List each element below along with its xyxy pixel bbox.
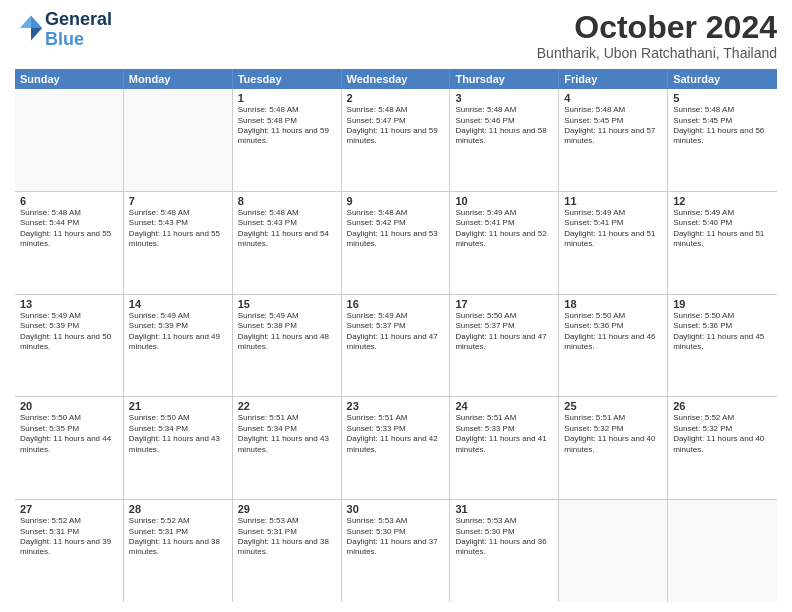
day-header-saturday: Saturday [668, 69, 777, 89]
day-number: 8 [238, 195, 336, 207]
day-cell-31: 31Sunrise: 5:53 AMSunset: 5:30 PMDayligh… [450, 500, 559, 602]
day-cell-1: 1Sunrise: 5:48 AMSunset: 5:48 PMDaylight… [233, 89, 342, 191]
day-number: 18 [564, 298, 662, 310]
cell-details: Sunrise: 5:52 AMSunset: 5:31 PMDaylight:… [129, 516, 227, 558]
day-cell-6: 6Sunrise: 5:48 AMSunset: 5:44 PMDaylight… [15, 192, 124, 294]
svg-marker-2 [20, 15, 31, 28]
day-number: 15 [238, 298, 336, 310]
day-cell-27: 27Sunrise: 5:52 AMSunset: 5:31 PMDayligh… [15, 500, 124, 602]
location: Buntharik, Ubon Ratchathani, Thailand [537, 45, 777, 61]
day-number: 19 [673, 298, 772, 310]
logo: General Blue [15, 10, 112, 50]
day-cell-20: 20Sunrise: 5:50 AMSunset: 5:35 PMDayligh… [15, 397, 124, 499]
svg-marker-1 [31, 28, 42, 41]
logo-line2: Blue [45, 30, 112, 50]
day-cell-30: 30Sunrise: 5:53 AMSunset: 5:30 PMDayligh… [342, 500, 451, 602]
day-number: 1 [238, 92, 336, 104]
day-cell-4: 4Sunrise: 5:48 AMSunset: 5:45 PMDaylight… [559, 89, 668, 191]
calendar-body: 1Sunrise: 5:48 AMSunset: 5:48 PMDaylight… [15, 89, 777, 602]
day-cell-2: 2Sunrise: 5:48 AMSunset: 5:47 PMDaylight… [342, 89, 451, 191]
cell-details: Sunrise: 5:49 AMSunset: 5:41 PMDaylight:… [455, 208, 553, 250]
day-header-tuesday: Tuesday [233, 69, 342, 89]
page-container: General Blue October 2024 Buntharik, Ubo… [0, 0, 792, 612]
cell-details: Sunrise: 5:52 AMSunset: 5:32 PMDaylight:… [673, 413, 772, 455]
day-cell-19: 19Sunrise: 5:50 AMSunset: 5:36 PMDayligh… [668, 295, 777, 397]
day-cell-7: 7Sunrise: 5:48 AMSunset: 5:43 PMDaylight… [124, 192, 233, 294]
day-number: 7 [129, 195, 227, 207]
week-row-5: 27Sunrise: 5:52 AMSunset: 5:31 PMDayligh… [15, 500, 777, 602]
day-cell-22: 22Sunrise: 5:51 AMSunset: 5:34 PMDayligh… [233, 397, 342, 499]
cell-details: Sunrise: 5:50 AMSunset: 5:34 PMDaylight:… [129, 413, 227, 455]
day-number: 5 [673, 92, 772, 104]
day-cell-13: 13Sunrise: 5:49 AMSunset: 5:39 PMDayligh… [15, 295, 124, 397]
day-cell-12: 12Sunrise: 5:49 AMSunset: 5:40 PMDayligh… [668, 192, 777, 294]
logo-text: General Blue [45, 10, 112, 50]
day-cell-24: 24Sunrise: 5:51 AMSunset: 5:33 PMDayligh… [450, 397, 559, 499]
cell-details: Sunrise: 5:48 AMSunset: 5:47 PMDaylight:… [347, 105, 445, 147]
day-number: 16 [347, 298, 445, 310]
cell-details: Sunrise: 5:49 AMSunset: 5:39 PMDaylight:… [20, 311, 118, 353]
cell-details: Sunrise: 5:51 AMSunset: 5:32 PMDaylight:… [564, 413, 662, 455]
day-cell-16: 16Sunrise: 5:49 AMSunset: 5:37 PMDayligh… [342, 295, 451, 397]
cell-details: Sunrise: 5:49 AMSunset: 5:40 PMDaylight:… [673, 208, 772, 250]
day-number: 28 [129, 503, 227, 515]
cell-details: Sunrise: 5:49 AMSunset: 5:39 PMDaylight:… [129, 311, 227, 353]
day-number: 29 [238, 503, 336, 515]
empty-cell [15, 89, 124, 191]
cell-details: Sunrise: 5:51 AMSunset: 5:34 PMDaylight:… [238, 413, 336, 455]
day-number: 6 [20, 195, 118, 207]
cell-details: Sunrise: 5:50 AMSunset: 5:35 PMDaylight:… [20, 413, 118, 455]
day-cell-11: 11Sunrise: 5:49 AMSunset: 5:41 PMDayligh… [559, 192, 668, 294]
day-cell-21: 21Sunrise: 5:50 AMSunset: 5:34 PMDayligh… [124, 397, 233, 499]
day-cell-29: 29Sunrise: 5:53 AMSunset: 5:31 PMDayligh… [233, 500, 342, 602]
day-number: 24 [455, 400, 553, 412]
day-number: 22 [238, 400, 336, 412]
day-number: 25 [564, 400, 662, 412]
day-number: 20 [20, 400, 118, 412]
cell-details: Sunrise: 5:48 AMSunset: 5:45 PMDaylight:… [673, 105, 772, 147]
week-row-1: 1Sunrise: 5:48 AMSunset: 5:48 PMDaylight… [15, 89, 777, 192]
logo-line1: General [45, 10, 112, 30]
cell-details: Sunrise: 5:48 AMSunset: 5:46 PMDaylight:… [455, 105, 553, 147]
page-header: General Blue October 2024 Buntharik, Ubo… [15, 10, 777, 61]
svg-marker-0 [31, 15, 42, 28]
day-number: 31 [455, 503, 553, 515]
cell-details: Sunrise: 5:49 AMSunset: 5:37 PMDaylight:… [347, 311, 445, 353]
day-number: 9 [347, 195, 445, 207]
day-cell-3: 3Sunrise: 5:48 AMSunset: 5:46 PMDaylight… [450, 89, 559, 191]
day-number: 3 [455, 92, 553, 104]
title-block: October 2024 Buntharik, Ubon Ratchathani… [537, 10, 777, 61]
day-cell-17: 17Sunrise: 5:50 AMSunset: 5:37 PMDayligh… [450, 295, 559, 397]
day-number: 21 [129, 400, 227, 412]
day-cell-10: 10Sunrise: 5:49 AMSunset: 5:41 PMDayligh… [450, 192, 559, 294]
day-number: 13 [20, 298, 118, 310]
cell-details: Sunrise: 5:48 AMSunset: 5:43 PMDaylight:… [238, 208, 336, 250]
cell-details: Sunrise: 5:48 AMSunset: 5:45 PMDaylight:… [564, 105, 662, 147]
day-cell-9: 9Sunrise: 5:48 AMSunset: 5:42 PMDaylight… [342, 192, 451, 294]
day-cell-25: 25Sunrise: 5:51 AMSunset: 5:32 PMDayligh… [559, 397, 668, 499]
cell-details: Sunrise: 5:53 AMSunset: 5:30 PMDaylight:… [455, 516, 553, 558]
day-cell-5: 5Sunrise: 5:48 AMSunset: 5:45 PMDaylight… [668, 89, 777, 191]
day-header-thursday: Thursday [450, 69, 559, 89]
day-number: 30 [347, 503, 445, 515]
cell-details: Sunrise: 5:49 AMSunset: 5:41 PMDaylight:… [564, 208, 662, 250]
week-row-2: 6Sunrise: 5:48 AMSunset: 5:44 PMDaylight… [15, 192, 777, 295]
cell-details: Sunrise: 5:50 AMSunset: 5:37 PMDaylight:… [455, 311, 553, 353]
cell-details: Sunrise: 5:53 AMSunset: 5:31 PMDaylight:… [238, 516, 336, 558]
cell-details: Sunrise: 5:50 AMSunset: 5:36 PMDaylight:… [564, 311, 662, 353]
month-title: October 2024 [537, 10, 777, 45]
day-number: 23 [347, 400, 445, 412]
day-number: 14 [129, 298, 227, 310]
cell-details: Sunrise: 5:51 AMSunset: 5:33 PMDaylight:… [347, 413, 445, 455]
empty-cell [668, 500, 777, 602]
day-cell-26: 26Sunrise: 5:52 AMSunset: 5:32 PMDayligh… [668, 397, 777, 499]
week-row-3: 13Sunrise: 5:49 AMSunset: 5:39 PMDayligh… [15, 295, 777, 398]
day-number: 12 [673, 195, 772, 207]
day-number: 27 [20, 503, 118, 515]
cell-details: Sunrise: 5:52 AMSunset: 5:31 PMDaylight:… [20, 516, 118, 558]
day-cell-14: 14Sunrise: 5:49 AMSunset: 5:39 PMDayligh… [124, 295, 233, 397]
cell-details: Sunrise: 5:50 AMSunset: 5:36 PMDaylight:… [673, 311, 772, 353]
day-number: 26 [673, 400, 772, 412]
day-header-friday: Friday [559, 69, 668, 89]
logo-icon [17, 14, 45, 42]
